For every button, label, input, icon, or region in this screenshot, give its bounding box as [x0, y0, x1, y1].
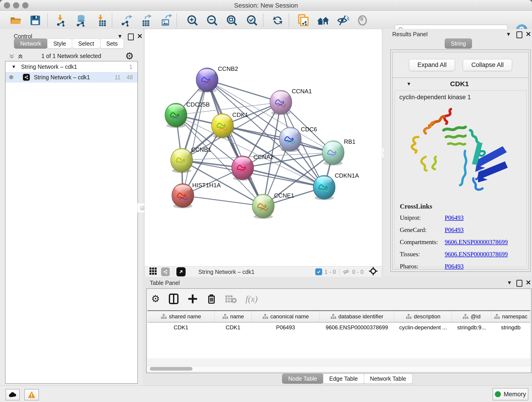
- tab-string[interactable]: String: [445, 38, 472, 49]
- edge-CCNB2-HIST1H1A[interactable]: [183, 80, 207, 196]
- column-header-canonical-name[interactable]: canonical name: [252, 311, 319, 322]
- save-session-button[interactable]: [29, 14, 42, 27]
- crosslink-link[interactable]: P06493: [445, 214, 464, 221]
- results-panel: Results Panel ▼ ✕ String Expand All Coll…: [384, 29, 532, 276]
- crosslink-link[interactable]: P06493: [445, 263, 464, 270]
- tab-network[interactable]: Network: [14, 38, 47, 49]
- network-svg: CCNB2CCNA1CDC25BCDK1CDC6RB1CCNB1CCNA2CDK…: [145, 29, 381, 266]
- import-table-button[interactable]: [95, 14, 108, 27]
- import-database-button[interactable]: [75, 14, 88, 27]
- column-header-namespac[interactable]: namespac: [491, 311, 530, 322]
- column-header-description[interactable]: description: [394, 311, 452, 322]
- column-header-shared-name[interactable]: shared name: [147, 311, 215, 322]
- zoom-fit-button[interactable]: [225, 14, 238, 27]
- panel-close-icon[interactable]: ✕: [526, 30, 531, 38]
- edge-count: 48: [127, 74, 133, 81]
- zoom-in-button[interactable]: [186, 14, 199, 27]
- warning-icon: [27, 391, 36, 398]
- section-triangle-icon[interactable]: ▼: [406, 81, 411, 87]
- crosslink-link[interactable]: 9606.ENSP00000378699: [445, 239, 508, 246]
- export-image-button[interactable]: [159, 14, 172, 27]
- panel-close-icon[interactable]: ✕: [137, 32, 143, 40]
- copy-documents-icon: [297, 14, 310, 27]
- panel-close-icon[interactable]: ✕: [526, 279, 531, 287]
- network-view-title: String Network – cdk1: [198, 269, 254, 275]
- node-CCNE1[interactable]: [252, 194, 274, 219]
- network-row[interactable]: String Network – cdk1 11 48: [6, 72, 138, 83]
- birds-eye-icon[interactable]: [369, 267, 378, 277]
- show-grid-icon[interactable]: [149, 267, 157, 276]
- panel-float-icon[interactable]: [516, 32, 522, 38]
- collection-label: String Network – cdk1: [21, 64, 77, 70]
- column-header-database-identifier[interactable]: database identifier: [319, 311, 394, 322]
- table-options-gear-icon[interactable]: ⚙: [151, 294, 160, 304]
- copy-documents-button[interactable]: [297, 14, 310, 27]
- zoom-selected-button[interactable]: [246, 14, 259, 27]
- memory-button[interactable]: Memory: [493, 388, 528, 400]
- apply-layout-button[interactable]: [271, 14, 284, 27]
- crosslink-link[interactable]: 9606.ENSP00000378699: [445, 251, 508, 258]
- import-network-button[interactable]: [55, 14, 68, 27]
- column-header-@id[interactable]: @id: [452, 311, 491, 322]
- export-table-button[interactable]: [140, 14, 152, 27]
- protein-header[interactable]: ▼ CDK1: [393, 78, 528, 90]
- tab-edge-table[interactable]: Edge Table: [323, 374, 364, 384]
- table-cell: CDK1: [215, 322, 252, 332]
- protein-detail-card: cyclin-dependent kinase 1: [394, 90, 526, 267]
- node-CDK1[interactable]: [211, 114, 234, 138]
- table-cell: stringdb:9...: [452, 322, 491, 332]
- network-canvas[interactable]: CCNB2CCNA1CDC25BCDK1CDC6RB1CCNB1CCNA2CDK…: [144, 29, 382, 267]
- hidden-eye-slash-icon[interactable]: [342, 268, 350, 275]
- collapse-triangle-icon[interactable]: ▼: [12, 64, 16, 70]
- hide-unhide-button[interactable]: [336, 14, 349, 27]
- selected-checkbox-icon[interactable]: [315, 268, 322, 275]
- show-columns-icon[interactable]: [169, 293, 179, 304]
- selection-status: 1 of 1 Network selected: [5, 53, 138, 59]
- node-CDKN1A[interactable]: [313, 175, 335, 200]
- open-session-button[interactable]: [9, 14, 22, 27]
- cloud-button[interactable]: [6, 389, 20, 400]
- panel-menu-icon[interactable]: ▼: [506, 31, 511, 37]
- tab-select[interactable]: Select: [72, 38, 100, 49]
- export-network-button[interactable]: [120, 14, 133, 27]
- tab-sets[interactable]: Sets: [100, 38, 124, 49]
- export-image-icon: [160, 14, 172, 27]
- show-hidden-button[interactable]: [356, 14, 369, 27]
- collapse-all-button[interactable]: Collapse All: [463, 59, 512, 71]
- node-HIST1H1A[interactable]: [172, 184, 194, 208]
- current-network-dot-icon: [9, 75, 13, 79]
- node-CCNB1[interactable]: [171, 148, 193, 173]
- table-panel-tabs: Node TableEdge TableNetwork Table: [282, 374, 412, 384]
- node-RB1[interactable]: [322, 141, 344, 166]
- panel-float-icon[interactable]: [516, 280, 522, 287]
- edge-HIST1H1A-CCNE1[interactable]: [183, 196, 263, 206]
- panel-float-icon[interactable]: [128, 33, 134, 40]
- scrollbar-thumb[interactable]: [150, 367, 192, 370]
- open-in-window-icon[interactable]: [177, 267, 186, 276]
- network-tree: ▼ String Network – cdk1 1 String Network…: [5, 61, 138, 384]
- create-column-icon[interactable]: [187, 294, 198, 304]
- crosslink-link[interactable]: P06493: [445, 226, 464, 234]
- table-cell: 9606.ENSP00000378699: [319, 322, 394, 332]
- tab-style[interactable]: Style: [47, 38, 72, 49]
- edge-CCNB2-CCNA1[interactable]: [207, 80, 281, 102]
- home-networks-button[interactable]: [317, 14, 329, 27]
- node-CDC25B[interactable]: [165, 103, 187, 128]
- zoom-out-button[interactable]: [206, 14, 219, 27]
- network-collection-row[interactable]: ▼ String Network – cdk1 1: [6, 61, 138, 72]
- tab-node-table[interactable]: Node Table: [282, 374, 323, 384]
- panel-menu-icon[interactable]: ▼: [507, 280, 512, 286]
- node-CCNA1[interactable]: [270, 90, 292, 115]
- tab-network-table[interactable]: Network Table: [364, 374, 412, 384]
- delete-column-icon[interactable]: [207, 293, 216, 304]
- column-header-name[interactable]: name: [215, 311, 252, 322]
- network-share-icon[interactable]: [161, 268, 170, 276]
- table-horizontal-scrollbar[interactable]: [147, 366, 530, 371]
- save-icon: [30, 15, 41, 26]
- expand-all-button[interactable]: Expand All: [409, 59, 455, 71]
- warnings-button[interactable]: [24, 389, 39, 400]
- table-row[interactable]: CDK1CDK1P064939606.ENSP00000378699cyclin…: [147, 322, 530, 332]
- network-options-gear-icon[interactable]: ⚙: [125, 51, 134, 61]
- node-CDC6[interactable]: [279, 127, 301, 152]
- protein-structure-image: [396, 103, 525, 201]
